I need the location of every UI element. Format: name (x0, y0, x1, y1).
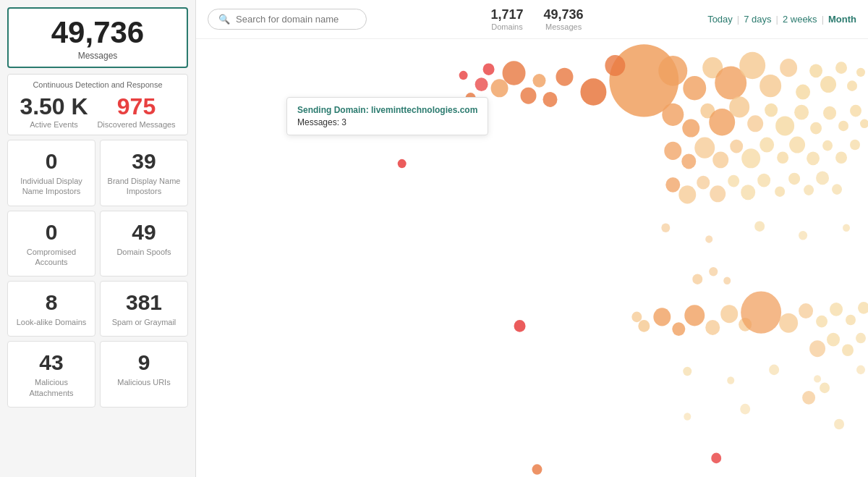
svg-point-45 (741, 148, 760, 168)
svg-point-106 (684, 413, 691, 420)
svg-point-99 (683, 367, 692, 376)
search-icon: 🔍 (218, 14, 230, 25)
stat-label-6: Malicious Attachments (14, 377, 89, 398)
svg-point-101 (769, 365, 779, 376)
cdr-section: Continuous Detection and Response 3.50 K… (7, 74, 188, 135)
svg-point-54 (678, 185, 696, 203)
svg-point-51 (835, 151, 847, 164)
svg-point-84 (842, 344, 854, 356)
svg-point-14 (683, 76, 706, 100)
svg-point-62 (804, 185, 814, 195)
toolbar-messages-label: Messages (544, 22, 584, 31)
svg-point-17 (739, 52, 765, 80)
svg-point-6 (521, 88, 537, 104)
svg-point-102 (814, 375, 821, 382)
svg-point-53 (665, 177, 680, 193)
filter-7days[interactable]: 7 days (744, 14, 771, 25)
svg-point-37 (838, 121, 848, 132)
svg-point-48 (789, 137, 805, 153)
svg-point-9 (483, 63, 495, 75)
stat-card-4: 8 Look-alike Domains (7, 281, 95, 337)
stat-label-1: Brand Display Name Impostors (106, 176, 182, 197)
svg-point-83 (827, 333, 840, 347)
svg-point-63 (816, 172, 829, 185)
svg-point-35 (810, 122, 822, 135)
svg-point-43 (712, 151, 728, 168)
svg-point-13 (658, 56, 687, 86)
svg-point-70 (705, 320, 720, 335)
svg-point-96 (754, 221, 765, 232)
svg-point-77 (830, 303, 843, 316)
svg-point-66 (638, 320, 650, 332)
svg-point-100 (727, 376, 734, 384)
sidebar: 49,736 Messages Continuous Detection and… (0, 0, 195, 477)
stat-card-7: 9 Malicious URIs (100, 341, 188, 408)
svg-point-87 (709, 267, 718, 277)
stat-card-5: 381 Spam or Graymail (100, 281, 188, 337)
svg-point-92 (802, 391, 815, 405)
svg-point-18 (760, 75, 781, 97)
svg-point-24 (847, 80, 857, 91)
time-filters: Today | 7 days | 2 weeks | Month (707, 14, 856, 25)
active-events-item: 3.50 K Active Events (20, 95, 88, 129)
svg-point-31 (747, 115, 763, 132)
svg-point-32 (765, 104, 778, 117)
filter-2weeks[interactable]: 2 weeks (783, 14, 817, 25)
svg-point-88 (723, 277, 731, 284)
search-box[interactable]: 🔍 (208, 9, 367, 30)
svg-point-59 (757, 174, 770, 187)
svg-point-94 (661, 224, 670, 233)
svg-point-86 (692, 274, 702, 284)
stat-num-1: 39 (106, 151, 182, 172)
filter-today[interactable]: Today (707, 14, 733, 25)
main-area: 🔍 1,717 Domains 49,736 Messages Today | … (195, 0, 868, 477)
discovered-messages-count: 975 (97, 95, 175, 118)
stat-num-6: 43 (14, 352, 89, 373)
svg-point-21 (809, 64, 822, 77)
domains-count: 1,717 (491, 7, 524, 22)
stats-grid: 0 Individual Display Name Impostors 39 B… (7, 140, 188, 408)
svg-point-27 (682, 119, 699, 138)
svg-point-5 (532, 74, 545, 88)
svg-point-11 (466, 93, 476, 104)
stat-num-3: 49 (106, 221, 182, 243)
messages-pill: 49,736 Messages (544, 7, 584, 31)
stat-card-6: 43 Malicious Attachments (7, 341, 95, 408)
svg-point-22 (820, 76, 836, 93)
discovered-messages-item: 975 Discovered Messages (97, 95, 175, 129)
search-input[interactable] (236, 14, 356, 25)
stat-label-2: Compromised Accounts (14, 247, 89, 268)
svg-point-90 (711, 453, 721, 464)
stat-card-0: 0 Individual Display Name Impostors (7, 140, 95, 206)
cdr-title: Continuous Detection and Response (15, 80, 180, 89)
svg-point-56 (710, 185, 726, 202)
svg-point-25 (856, 68, 865, 77)
svg-point-71 (720, 305, 738, 323)
svg-point-46 (760, 138, 774, 153)
messages-label: Messages (16, 51, 179, 61)
svg-point-10 (475, 77, 488, 91)
active-events-label: Active Events (20, 120, 88, 129)
svg-point-97 (799, 231, 807, 240)
svg-point-65 (398, 159, 407, 169)
svg-point-33 (775, 116, 794, 135)
svg-point-67 (653, 308, 671, 326)
stat-label-4: Look-alike Domains (14, 317, 89, 327)
svg-point-4 (542, 92, 557, 107)
svg-point-81 (631, 312, 642, 323)
stat-label-5: Spam or Graymail (106, 317, 182, 327)
filter-month[interactable]: Month (828, 14, 856, 25)
stat-card-1: 39 Brand Display Name Impostors (100, 140, 188, 206)
svg-point-1 (580, 78, 606, 106)
svg-point-23 (835, 62, 847, 74)
svg-point-74 (779, 313, 798, 333)
svg-point-85 (856, 333, 866, 344)
messages-count: 49,736 (16, 17, 179, 48)
stat-num-7: 9 (106, 352, 182, 373)
domains-pill: 1,717 Domains (491, 7, 524, 31)
stat-num-4: 8 (14, 292, 89, 313)
toolbar: 🔍 1,717 Domains 49,736 Messages Today | … (196, 0, 868, 39)
svg-point-80 (514, 320, 526, 332)
stat-pills: 1,717 Domains 49,736 Messages (381, 7, 693, 31)
svg-point-39 (860, 119, 868, 129)
